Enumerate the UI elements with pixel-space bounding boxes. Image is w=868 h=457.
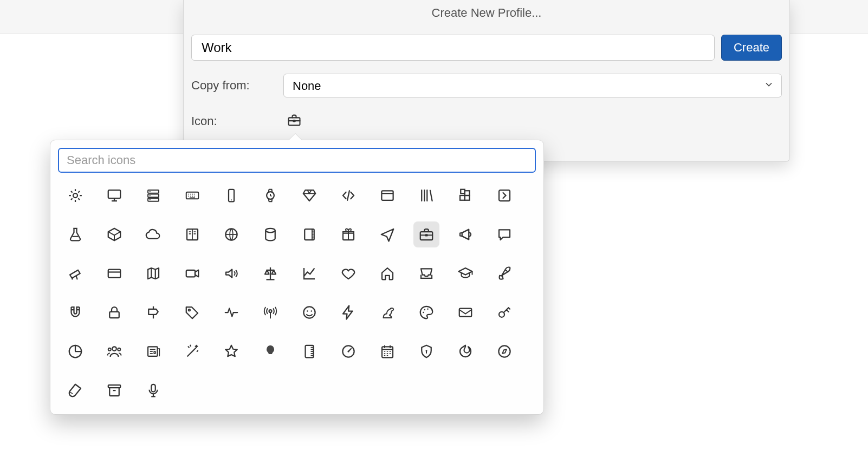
people-icon[interactable] xyxy=(101,338,127,364)
mic-icon[interactable] xyxy=(140,377,166,403)
server-icon[interactable] xyxy=(140,182,166,208)
telescope-icon[interactable] xyxy=(62,260,88,286)
copy-from-select[interactable]: None xyxy=(283,74,782,97)
copy-from-row: Copy from: None xyxy=(191,74,782,97)
mail-icon[interactable] xyxy=(452,299,478,325)
heart-icon[interactable] xyxy=(335,260,361,286)
gear-icon[interactable] xyxy=(62,182,88,208)
icon-label: Icon: xyxy=(191,114,283,128)
book-icon[interactable] xyxy=(179,221,205,247)
milestone-icon[interactable] xyxy=(140,299,166,325)
copy-from-select-wrap: None xyxy=(283,74,782,97)
extensions-icon[interactable] xyxy=(452,182,478,208)
icon-grid-row xyxy=(62,299,532,325)
chevron-box-icon[interactable] xyxy=(491,182,517,208)
code-icon[interactable] xyxy=(335,182,361,208)
send-icon[interactable] xyxy=(374,221,400,247)
icon-grid-row xyxy=(62,221,532,247)
icon-search-input[interactable] xyxy=(58,148,536,173)
window-icon[interactable] xyxy=(374,182,400,208)
gift-icon[interactable] xyxy=(335,221,361,247)
globe-icon[interactable] xyxy=(218,221,244,247)
watch-icon[interactable] xyxy=(257,182,283,208)
keyboard-icon[interactable] xyxy=(179,182,205,208)
broadcast-icon[interactable] xyxy=(257,299,283,325)
credit-card-icon[interactable] xyxy=(101,260,127,286)
key-icon[interactable] xyxy=(491,299,517,325)
icon-grid-row xyxy=(62,338,532,364)
news-icon[interactable] xyxy=(140,338,166,364)
library-icon[interactable] xyxy=(413,182,439,208)
beaker-icon[interactable] xyxy=(62,221,88,247)
magnet-icon[interactable] xyxy=(62,299,88,325)
home-icon[interactable] xyxy=(374,260,400,286)
chart-icon[interactable] xyxy=(296,260,322,286)
database-icon[interactable] xyxy=(257,221,283,247)
pie-icon[interactable] xyxy=(62,338,88,364)
copy-from-label: Copy from: xyxy=(191,79,283,93)
notebook-icon[interactable] xyxy=(296,221,322,247)
calendar-icon[interactable] xyxy=(374,338,400,364)
volume-icon[interactable] xyxy=(218,260,244,286)
compass-icon[interactable] xyxy=(491,338,517,364)
law-icon[interactable] xyxy=(257,260,283,286)
profile-name-input[interactable] xyxy=(191,35,715,61)
monitor-icon[interactable] xyxy=(101,182,127,208)
icon-grid-row xyxy=(62,260,532,286)
star-icon[interactable] xyxy=(218,338,244,364)
package-icon[interactable] xyxy=(101,221,127,247)
icon-picker-popover xyxy=(50,140,544,415)
current-icon-button[interactable] xyxy=(283,110,305,132)
cloud-icon[interactable] xyxy=(140,221,166,247)
wand-icon[interactable] xyxy=(179,338,205,364)
dialog-body: Create Copy from: None Icon: xyxy=(184,26,789,132)
palette-icon[interactable] xyxy=(413,299,439,325)
ruler-icon[interactable] xyxy=(296,338,322,364)
tag-icon[interactable] xyxy=(179,299,205,325)
map-icon[interactable] xyxy=(140,260,166,286)
lightbulb-icon[interactable] xyxy=(257,338,283,364)
squirrel-icon[interactable] xyxy=(374,299,400,325)
flame-icon[interactable] xyxy=(452,338,478,364)
briefcase-icon[interactable] xyxy=(413,221,439,247)
profile-name-row: Create xyxy=(191,35,782,61)
icon-grid xyxy=(58,182,536,403)
ruby-icon[interactable] xyxy=(296,182,322,208)
tablet-icon[interactable] xyxy=(218,182,244,208)
mortarboard-icon[interactable] xyxy=(452,260,478,286)
icon-grid-row xyxy=(62,182,532,208)
shield-icon[interactable] xyxy=(413,338,439,364)
zap-icon[interactable] xyxy=(335,299,361,325)
smiley-icon[interactable] xyxy=(296,299,322,325)
paint-icon[interactable] xyxy=(62,377,88,403)
icon-row: Icon: xyxy=(191,110,782,132)
create-profile-dialog: Create New Profile... Create Copy from: … xyxy=(183,0,790,162)
pulse-icon[interactable] xyxy=(218,299,244,325)
create-button[interactable]: Create xyxy=(721,35,782,61)
inbox-icon[interactable] xyxy=(413,260,439,286)
video-icon[interactable] xyxy=(179,260,205,286)
icon-grid-row xyxy=(62,377,532,403)
dashboard-icon[interactable] xyxy=(335,338,361,364)
rocket-icon[interactable] xyxy=(491,260,517,286)
lock-icon[interactable] xyxy=(101,299,127,325)
archive-icon[interactable] xyxy=(101,377,127,403)
comment-icon[interactable] xyxy=(491,221,517,247)
dialog-title: Create New Profile... xyxy=(184,0,789,26)
megaphone-icon[interactable] xyxy=(452,221,478,247)
briefcase-icon xyxy=(287,113,302,130)
